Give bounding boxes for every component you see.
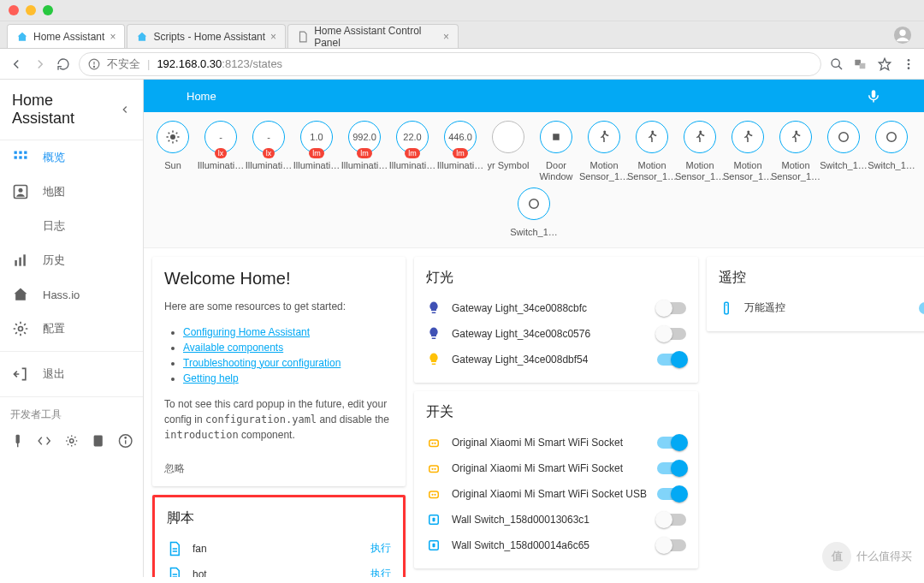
light-toggle[interactable] xyxy=(657,328,686,340)
svg-point-11 xyxy=(908,62,910,65)
tab-title: Home Assistant xyxy=(33,31,104,43)
window-close-dot[interactable] xyxy=(9,5,19,15)
browser-tab[interactable]: Home Assistant× xyxy=(7,24,125,48)
welcome-intro: Here are some resources to get started: xyxy=(164,299,394,314)
badge-circle xyxy=(540,121,572,153)
svg-line-42 xyxy=(169,133,170,134)
light-toggle[interactable] xyxy=(657,302,686,314)
script-row: fan执行 xyxy=(167,536,391,562)
entity-badge[interactable]: Motion Sensor_1… xyxy=(772,121,820,182)
welcome-link[interactable]: Configuring Home Assistant xyxy=(183,326,310,338)
entity-badge[interactable]: Motion Sensor_1… xyxy=(628,121,676,182)
welcome-link[interactable]: Troubleshooting your configuration xyxy=(183,357,341,369)
welcome-dismiss[interactable]: 忽略 xyxy=(164,461,185,476)
url-input[interactable]: 不安全 | 192.168.0.30:8123/states xyxy=(79,52,821,76)
browser-tab[interactable]: Home Assistant Control Panel× xyxy=(287,24,459,48)
kebab-menu-icon[interactable] xyxy=(902,57,915,71)
badge-unit: lm xyxy=(357,148,372,158)
entity-badge[interactable]: 446.0lmIlluminati… xyxy=(436,121,484,182)
entity-badge[interactable]: -lxIlluminati… xyxy=(197,121,245,182)
switches-title: 开关 xyxy=(426,403,686,421)
script-name: fan xyxy=(192,543,360,555)
voice-mic-icon[interactable] xyxy=(866,88,881,104)
welcome-card: Welcome Home! Here are some resources to… xyxy=(152,257,406,486)
sidebar-item-label: 日志 xyxy=(43,218,65,234)
entity-badge[interactable]: Switch_1… xyxy=(510,187,558,238)
translate-icon[interactable] xyxy=(854,57,868,71)
entity-badge[interactable]: 1.0lmIlluminati… xyxy=(293,121,341,182)
sidebar-item-gear[interactable]: 配置 xyxy=(0,312,143,346)
dev-info-icon[interactable] xyxy=(118,432,133,449)
svg-line-43 xyxy=(176,140,178,142)
nav-reload-icon[interactable] xyxy=(56,57,70,71)
profile-avatar-icon[interactable] xyxy=(893,26,912,45)
tab-close-icon[interactable]: × xyxy=(270,31,276,43)
remote-title: 遥控 xyxy=(719,269,924,287)
switch-name: Wall Switch_158d00014a6c65 xyxy=(452,539,647,551)
entity-badge[interactable]: Motion Sensor_1… xyxy=(580,121,628,182)
badge-circle xyxy=(492,121,524,153)
dev-remote-icon[interactable] xyxy=(10,432,25,449)
svg-point-5 xyxy=(832,59,839,67)
entity-badge[interactable]: 992.0lmIlluminati… xyxy=(341,121,388,182)
light-toggle[interactable] xyxy=(657,354,686,366)
welcome-link[interactable]: Available components xyxy=(183,342,283,354)
sidebar-item-list[interactable]: 日志 xyxy=(0,209,143,243)
sidebar-item-ha[interactable]: Hass.io xyxy=(0,277,143,312)
account-box-icon xyxy=(12,183,29,200)
svg-point-79 xyxy=(726,304,727,306)
entity-badge[interactable]: Sun xyxy=(149,121,197,182)
tab-close-icon[interactable]: × xyxy=(443,31,449,43)
svg-rect-25 xyxy=(19,258,21,266)
sidebar-item-chart[interactable]: 历史 xyxy=(0,243,143,277)
script-row: hot执行 xyxy=(167,562,391,577)
window-max-dot[interactable] xyxy=(43,5,53,15)
sidebar-item-grid[interactable]: 概览 xyxy=(0,140,143,175)
svg-point-47 xyxy=(603,131,606,134)
svg-point-51 xyxy=(795,131,797,134)
svg-point-10 xyxy=(908,59,910,62)
entity-badge[interactable]: yr Symbol xyxy=(484,121,532,182)
badge-circle: -lx xyxy=(204,121,237,153)
bookmark-star-icon[interactable] xyxy=(878,57,891,71)
entity-badge[interactable]: 22.0lmIlluminati… xyxy=(388,121,436,182)
badge-label: Sun xyxy=(164,160,181,171)
switch-toggle[interactable] xyxy=(657,514,686,526)
switch-name: Wall Switch_158d00013063c1 xyxy=(452,514,647,526)
entity-badge[interactable]: -lxIlluminati… xyxy=(245,121,293,182)
wall-icon xyxy=(426,538,441,553)
dev-template-icon[interactable] xyxy=(37,432,51,449)
dev-services-icon[interactable] xyxy=(64,432,79,449)
entity-badge[interactable]: Motion Sensor_1… xyxy=(676,121,724,182)
remote-toggle[interactable] xyxy=(919,302,924,314)
dev-states-icon[interactable] xyxy=(91,432,105,449)
entity-badge[interactable]: Switch_1… xyxy=(820,121,868,182)
entity-badge[interactable]: Switch_1… xyxy=(868,121,915,182)
welcome-title: Welcome Home! xyxy=(164,269,394,289)
entity-badge[interactable]: Motion Sensor_1… xyxy=(724,121,772,182)
sidebar-item-account-box[interactable]: 地图 xyxy=(0,175,143,209)
tab-title: Scripts - Home Assistant xyxy=(153,31,265,43)
switch-toggle[interactable] xyxy=(657,488,686,500)
window-min-dot[interactable] xyxy=(26,5,36,15)
script-execute[interactable]: 执行 xyxy=(370,567,391,577)
sidebar-collapse-icon[interactable] xyxy=(119,104,131,116)
switch-toggle[interactable] xyxy=(657,437,686,449)
svg-point-34 xyxy=(125,437,126,438)
script-execute[interactable]: 执行 xyxy=(370,541,391,556)
svg-rect-31 xyxy=(94,435,103,446)
badge-circle xyxy=(732,121,764,153)
entity-badge[interactable]: Door Window Sensor_1… xyxy=(532,121,580,182)
svg-rect-46 xyxy=(553,134,560,140)
svg-point-30 xyxy=(69,439,73,443)
tab-close-icon[interactable]: × xyxy=(110,31,116,43)
switch-toggle[interactable] xyxy=(657,539,686,551)
browser-tab[interactable]: Scripts - Home Assistant× xyxy=(127,24,286,48)
sidebar-item-exit[interactable]: 退出 xyxy=(0,357,143,391)
badge-label: Illuminati… xyxy=(341,160,388,171)
switch-toggle[interactable] xyxy=(657,462,686,474)
badge-label: Motion Sensor_1… xyxy=(675,160,725,182)
welcome-link[interactable]: Getting help xyxy=(183,372,239,384)
search-icon[interactable] xyxy=(830,57,844,71)
nav-back-icon[interactable] xyxy=(9,57,24,72)
